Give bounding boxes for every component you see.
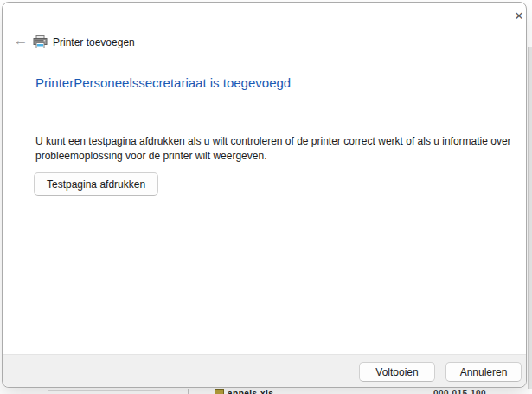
background-divider bbox=[48, 390, 160, 391]
background-scrollbar bbox=[528, 47, 532, 394]
dialog-footer: Voltooien Annuleren bbox=[3, 354, 526, 387]
add-printer-dialog: ← Printer toevoegen ✕ PrinterPersoneelss… bbox=[2, 2, 527, 388]
printer-icon bbox=[33, 35, 48, 49]
wizard-description: U kunt een testpagina afdrukken als u wi… bbox=[35, 134, 513, 164]
background-column-separator bbox=[163, 389, 163, 394]
file-icon bbox=[215, 389, 224, 394]
background-numbers: 000 015 100 bbox=[433, 389, 486, 394]
background-window-partial-row: appels.xls 000 015 100 bbox=[0, 389, 532, 394]
finish-button[interactable]: Voltooien bbox=[359, 362, 435, 382]
window-title: Printer toevoegen bbox=[53, 36, 135, 48]
back-arrow-icon[interactable]: ← bbox=[11, 31, 30, 50]
cancel-button[interactable]: Annuleren bbox=[445, 362, 522, 382]
background-file-name: appels.xls bbox=[228, 389, 273, 394]
close-icon[interactable]: ✕ bbox=[508, 6, 530, 27]
titlebar: ← Printer toevoegen ✕ bbox=[3, 3, 526, 56]
background-column-separator bbox=[188, 389, 189, 394]
wizard-heading: PrinterPersoneelssecretariaat is toegevo… bbox=[35, 75, 291, 90]
print-test-page-button[interactable]: Testpagina afdrukken bbox=[34, 172, 158, 196]
